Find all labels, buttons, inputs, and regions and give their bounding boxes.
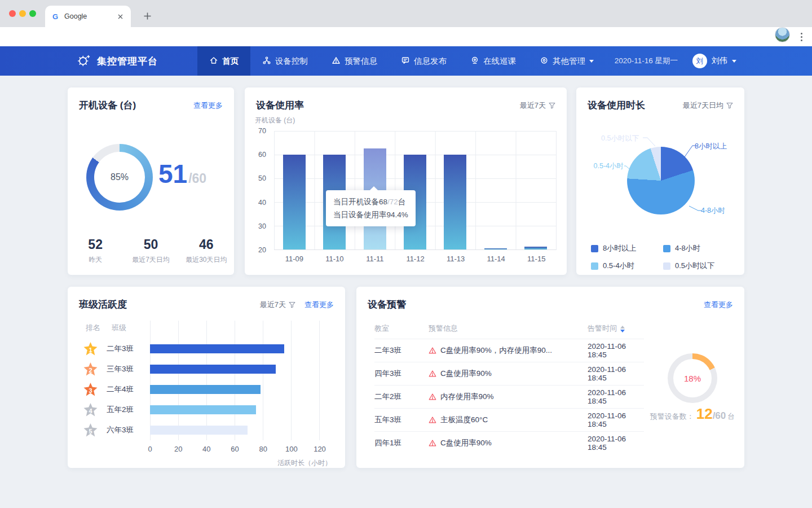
usage-bar-chart: 当日开机设备68/72台 当日设备使用率94.4% bbox=[274, 131, 557, 250]
window-zoom-button[interactable] bbox=[29, 10, 36, 17]
x-axis-tick: 40 bbox=[202, 445, 210, 453]
activity-bar[interactable] bbox=[150, 344, 284, 353]
activity-row: 1二年3班 bbox=[83, 339, 319, 359]
devices-stats: 52昨天50最近7天日均46最近30天日均 bbox=[68, 237, 234, 265]
activity-bar-chart: 1二年3班2三年3班3二年4班4五年2班5六年3班 bbox=[83, 339, 319, 440]
x-axis-label: 11-15 bbox=[516, 255, 557, 263]
tooltip-line-2: 当日设备使用率94.4% bbox=[333, 208, 408, 221]
class-name: 六年3班 bbox=[107, 425, 140, 435]
range-filter-label: 最近7天日均 bbox=[683, 100, 723, 111]
nav-item-4[interactable]: 在线巡课 bbox=[458, 46, 528, 76]
legend-item: 8小时以上 bbox=[591, 243, 663, 253]
bar-track bbox=[149, 405, 319, 414]
warning-icon bbox=[429, 439, 436, 447]
bar-track bbox=[149, 344, 319, 353]
donut-percent: 85% bbox=[86, 144, 153, 211]
x-axis-tick: 0 bbox=[148, 445, 152, 453]
alert-message: 内存使用率90% bbox=[440, 392, 494, 402]
alert-row: 二年3班C盘使用率90%，内存使用率90...2020-11-06 18:45 bbox=[374, 339, 644, 362]
alert-triangle-icon bbox=[332, 56, 341, 67]
browser-profile-avatar[interactable] bbox=[775, 27, 790, 42]
sort-icon[interactable] bbox=[620, 326, 625, 332]
nav-item-0[interactable]: 首页 bbox=[197, 46, 250, 76]
stat-label: 最近30天日均 bbox=[179, 255, 234, 265]
alert-message: 主板温度60°C bbox=[440, 415, 488, 425]
alert-row: 四年1班C盘使用率90%2020-11-06 18:45 bbox=[374, 431, 644, 454]
view-more-link[interactable]: 查看更多 bbox=[704, 300, 733, 310]
pie-slice-label: 4-8小时 bbox=[701, 206, 725, 216]
nav-item-2[interactable]: 预警信息 bbox=[320, 46, 389, 76]
card-usage-duration: 设备使用时长 最近7天日均 8小时以上 4-8小时 0.5-4小时 0.5小时以… bbox=[576, 87, 744, 275]
x-axis-ticks: 020406080100120 bbox=[150, 445, 320, 454]
y-axis-tick: 20 bbox=[258, 246, 266, 254]
legend-swatch bbox=[663, 262, 670, 270]
card-usage-rate: 设备使用率 最近7天 开机设备 (台) 706050403020 当日开机设备6… bbox=[245, 87, 567, 275]
range-filter[interactable]: 最近7天日均 bbox=[683, 100, 733, 111]
alert-classroom: 二年2班 bbox=[374, 392, 429, 402]
browser-tab[interactable]: G Google bbox=[45, 6, 131, 27]
column-header-time[interactable]: 告警时间 bbox=[588, 323, 644, 334]
x-axis-tick: 100 bbox=[285, 445, 298, 453]
alert-classroom: 四年3班 bbox=[374, 369, 429, 379]
user-menu[interactable]: 刘 刘伟 bbox=[692, 54, 736, 68]
window-close-button[interactable] bbox=[9, 10, 16, 17]
legend-swatch bbox=[591, 262, 598, 270]
nav-item-label: 信息发布 bbox=[414, 56, 447, 67]
alert-time: 2020-11-06 18:45 bbox=[588, 365, 644, 382]
range-filter[interactable]: 最近7天 bbox=[520, 100, 555, 111]
nav-item-5[interactable]: 其他管理 bbox=[528, 46, 606, 76]
alerts-table-header: 教室 预警信息 告警时间 bbox=[374, 318, 644, 339]
screen: G Google google.com/search bbox=[0, 0, 812, 508]
alert-message-cell: C盘使用率90%，内存使用率90... bbox=[429, 345, 588, 356]
stat-value: 52 bbox=[68, 237, 123, 252]
brand-name: 集控管理平台 bbox=[97, 55, 158, 68]
nav-item-3[interactable]: 信息发布 bbox=[389, 46, 458, 76]
usage-bar[interactable] bbox=[283, 155, 306, 249]
range-filter[interactable]: 最近7天 bbox=[260, 300, 295, 310]
class-name: 三年3班 bbox=[107, 364, 140, 374]
stat-label: 最近7天日均 bbox=[123, 255, 178, 265]
google-favicon: G bbox=[51, 12, 60, 21]
card-title: 开机设备 (台) bbox=[79, 99, 136, 112]
view-more-link[interactable]: 查看更多 bbox=[193, 100, 223, 111]
alert-classroom: 五年3班 bbox=[374, 415, 429, 425]
window-minimize-button[interactable] bbox=[19, 10, 26, 17]
alert-message-cell: C盘使用率90% bbox=[429, 438, 588, 448]
legend-item: 4-8小时 bbox=[663, 243, 735, 253]
usage-bar[interactable] bbox=[484, 248, 507, 249]
x-axis-label: 11-09 bbox=[274, 255, 315, 263]
pie-slice-label: 8小时以上 bbox=[695, 142, 727, 151]
card-device-alerts: 设备预警 查看更多 教室 预警信息 告警时间 二年3班C盘使用率90%，内存使用… bbox=[356, 287, 744, 468]
alert-message: C盘使用率90%，内存使用率90... bbox=[440, 345, 552, 356]
alert-time: 2020-11-06 18:45 bbox=[588, 342, 644, 359]
tab-close-icon[interactable] bbox=[115, 11, 125, 21]
device-control-icon bbox=[262, 56, 271, 67]
activity-bar[interactable] bbox=[150, 405, 256, 414]
view-more-link[interactable]: 查看更多 bbox=[304, 300, 334, 310]
activity-bar[interactable] bbox=[150, 426, 248, 435]
bar-track bbox=[149, 385, 319, 394]
filter-funnel-icon bbox=[549, 102, 555, 109]
bar-column bbox=[435, 131, 475, 249]
usage-bar[interactable] bbox=[444, 155, 466, 249]
y-axis-tick: 70 bbox=[258, 127, 266, 135]
browser-toolbar: google.com/search bbox=[0, 27, 812, 46]
x-axis-label: 11-11 bbox=[355, 255, 395, 263]
chart-tooltip: 当日开机设备68/72台 当日设备使用率94.4% bbox=[326, 190, 416, 226]
activity-bar[interactable] bbox=[150, 365, 276, 374]
tooltip-line-1: 当日开机设备68/72台 bbox=[333, 195, 408, 208]
filter-funnel-icon bbox=[289, 301, 295, 308]
activity-bar[interactable] bbox=[150, 385, 261, 394]
bar-column bbox=[274, 131, 314, 249]
usage-bar[interactable] bbox=[524, 247, 547, 249]
range-filter-label: 最近7天 bbox=[520, 100, 546, 111]
card-title: 设备预警 bbox=[368, 298, 406, 311]
new-tab-button[interactable] bbox=[139, 7, 156, 24]
pie-legend: 8小时以上4-8小时0.5-4小时0.5小时以下 bbox=[591, 243, 735, 271]
column-header-class: 班级 bbox=[112, 323, 126, 333]
browser-menu-icon[interactable] bbox=[797, 30, 806, 43]
alert-row: 五年3班主板温度60°C2020-11-06 18:45 bbox=[374, 408, 644, 431]
x-axis-labels: 11-0911-1011-1111-1211-1311-1411-15 bbox=[274, 255, 557, 263]
y-axis-ticks: 706050403020 bbox=[249, 131, 271, 250]
nav-item-1[interactable]: 设备控制 bbox=[250, 46, 320, 76]
